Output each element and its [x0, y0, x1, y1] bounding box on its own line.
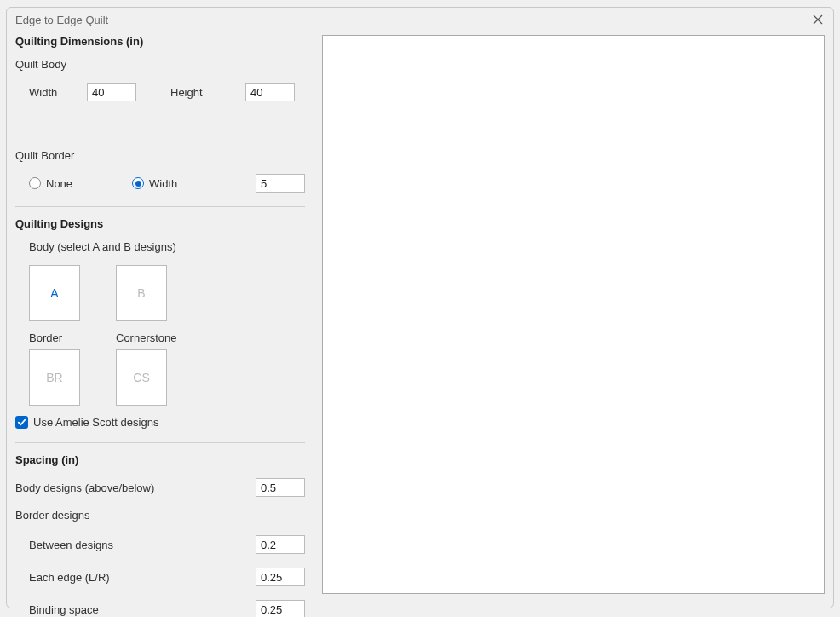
- settings-panel: Quilting Dimensions (in) Quilt Body Widt…: [15, 35, 305, 599]
- amelie-scott-checkbox[interactable]: Use Amelie Scott designs: [15, 416, 305, 429]
- body-width-input[interactable]: [87, 83, 136, 101]
- binding-space-input[interactable]: [256, 600, 305, 617]
- spacing-heading: Spacing (in): [15, 453, 305, 466]
- body-width-height-row: Width Height: [15, 83, 305, 101]
- dimensions-heading: Quilting Dimensions (in): [15, 35, 305, 48]
- titlebar: Edge to Edge Quilt: [7, 8, 833, 32]
- border-width-input[interactable]: [256, 174, 305, 193]
- cornerstone-tile-label: Cornerstone: [116, 332, 167, 344]
- checkbox-icon: [15, 416, 28, 429]
- preview-panel: [322, 35, 825, 599]
- width-label: Width: [29, 86, 87, 99]
- designs-heading: Quilting Designs: [15, 217, 305, 230]
- border-tile-label: Border: [29, 332, 80, 344]
- design-tile-border[interactable]: BR: [29, 349, 80, 406]
- amelie-scott-label: Use Amelie Scott designs: [33, 416, 158, 429]
- close-icon[interactable]: [811, 13, 825, 26]
- border-designs-label: Border designs: [15, 509, 305, 522]
- body-designs-label: Body (select A and B designs): [15, 240, 305, 253]
- height-label: Height: [170, 86, 245, 99]
- radio-width-label: Width: [149, 177, 177, 190]
- body-above-below-label: Body designs (above/below): [15, 481, 256, 494]
- design-tile-b[interactable]: B: [116, 265, 167, 321]
- body-height-input[interactable]: [245, 83, 295, 101]
- quilt-border-label: Quilt Border: [15, 149, 305, 162]
- binding-space-label: Binding space: [29, 603, 256, 616]
- edge-to-edge-quilt-dialog: Edge to Edge Quilt Quilting Dimensions (…: [6, 7, 834, 608]
- preview-area: [322, 35, 825, 594]
- divider: [15, 442, 305, 443]
- each-edge-input[interactable]: [256, 568, 305, 586]
- divider: [15, 206, 305, 207]
- border-width-radio[interactable]: Width: [132, 177, 177, 190]
- design-tile-cornerstone[interactable]: CS: [116, 349, 167, 406]
- radio-none-label: None: [46, 177, 72, 190]
- radio-icon: [132, 177, 144, 189]
- radio-icon: [29, 177, 41, 189]
- quilt-body-label: Quilt Body: [15, 58, 305, 71]
- between-designs-label: Between designs: [29, 539, 256, 551]
- design-tile-a[interactable]: A: [29, 265, 80, 321]
- body-above-below-input[interactable]: [256, 478, 305, 497]
- border-none-radio[interactable]: None: [29, 177, 72, 190]
- dialog-title: Edge to Edge Quilt: [15, 14, 108, 26]
- each-edge-label: Each edge (L/R): [29, 571, 256, 584]
- between-designs-input[interactable]: [256, 535, 305, 554]
